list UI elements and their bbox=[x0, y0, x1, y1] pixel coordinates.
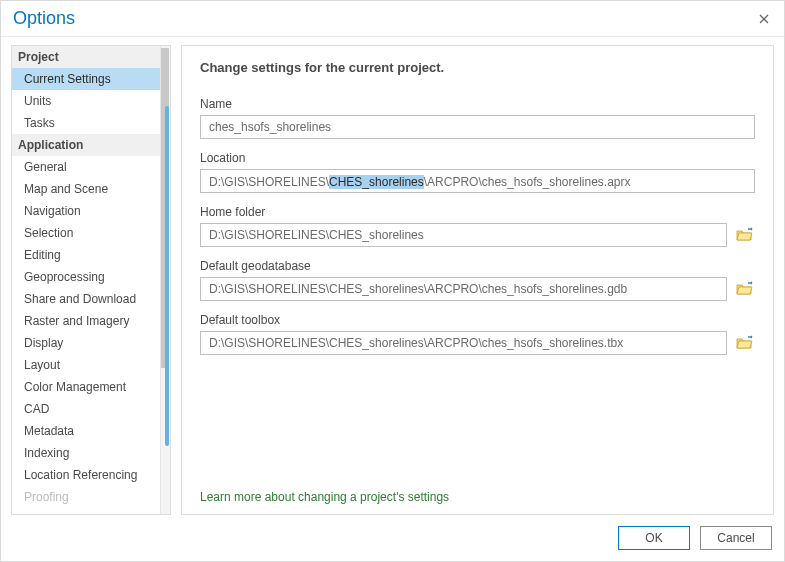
default-tbx-label: Default toolbox bbox=[200, 313, 755, 327]
sidebar-item[interactable]: Color Management bbox=[12, 376, 160, 398]
sidebar-item[interactable]: Share and Download bbox=[12, 288, 160, 310]
sidebar-item[interactable]: Current Settings bbox=[12, 68, 160, 90]
panel-heading: Change settings for the current project. bbox=[200, 60, 755, 75]
scrollbar-thumb-accent[interactable] bbox=[165, 106, 169, 446]
sidebar-item[interactable]: Navigation bbox=[12, 200, 160, 222]
sidebar-item[interactable]: Selection bbox=[12, 222, 160, 244]
close-icon[interactable] bbox=[756, 11, 772, 27]
location-selection: CHES_shorelines bbox=[329, 175, 424, 189]
sidebar-item[interactable]: Layout bbox=[12, 354, 160, 376]
sidebar-item[interactable]: Proofing bbox=[12, 486, 160, 508]
dialog-body: ProjectCurrent SettingsUnitsTasksApplica… bbox=[1, 37, 784, 515]
settings-panel: Change settings for the current project.… bbox=[181, 45, 774, 515]
sidebar-item[interactable]: Location Referencing bbox=[12, 464, 160, 486]
sidebar-item[interactable]: General bbox=[12, 156, 160, 178]
ok-button[interactable]: OK bbox=[618, 526, 690, 550]
options-dialog: Options ProjectCurrent SettingsUnitsTask… bbox=[0, 0, 785, 562]
location-suffix: \ARCPRO\ches_hsofs_shorelines.aprx bbox=[424, 175, 631, 189]
sidebar-item[interactable]: Units bbox=[12, 90, 160, 112]
sidebar-item[interactable]: Map and Scene bbox=[12, 178, 160, 200]
sidebar-item[interactable]: Display bbox=[12, 332, 160, 354]
sidebar-item[interactable]: CAD bbox=[12, 398, 160, 420]
sidebar-item[interactable]: Tasks bbox=[12, 112, 160, 134]
sidebar-item[interactable]: Raster and Imagery bbox=[12, 310, 160, 332]
folder-open-icon[interactable] bbox=[735, 279, 755, 299]
sidebar-category-header: Project bbox=[12, 46, 160, 68]
titlebar: Options bbox=[1, 1, 784, 37]
sidebar: ProjectCurrent SettingsUnitsTasksApplica… bbox=[11, 45, 171, 515]
sidebar-item[interactable]: Geoprocessing bbox=[12, 266, 160, 288]
dialog-title: Options bbox=[13, 8, 75, 29]
sidebar-item[interactable]: Metadata bbox=[12, 420, 160, 442]
default-tbx-field[interactable] bbox=[200, 331, 727, 355]
footer: OK Cancel bbox=[1, 515, 784, 561]
scrollbar-track[interactable] bbox=[160, 46, 170, 514]
location-label: Location bbox=[200, 151, 755, 165]
folder-open-icon[interactable] bbox=[735, 225, 755, 245]
sidebar-category-header: Application bbox=[12, 134, 160, 156]
sidebar-item[interactable]: Indexing bbox=[12, 442, 160, 464]
home-folder-field[interactable] bbox=[200, 223, 727, 247]
location-prefix: D:\GIS\SHORELINES\ bbox=[209, 175, 329, 189]
name-field[interactable] bbox=[200, 115, 755, 139]
folder-open-icon[interactable] bbox=[735, 333, 755, 353]
location-field[interactable]: D:\GIS\SHORELINES\CHES_shorelines\ARCPRO… bbox=[200, 169, 755, 193]
cancel-button[interactable]: Cancel bbox=[700, 526, 772, 550]
default-gdb-label: Default geodatabase bbox=[200, 259, 755, 273]
name-label: Name bbox=[200, 97, 755, 111]
home-folder-label: Home folder bbox=[200, 205, 755, 219]
sidebar-item[interactable]: Editing bbox=[12, 244, 160, 266]
default-gdb-field[interactable] bbox=[200, 277, 727, 301]
learn-more-link[interactable]: Learn more about changing a project's se… bbox=[200, 478, 755, 504]
